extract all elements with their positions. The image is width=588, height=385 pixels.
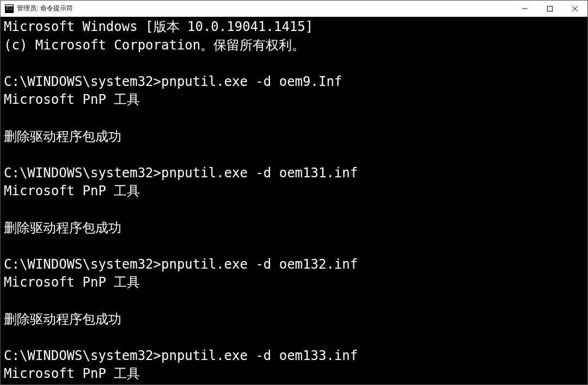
terminal-blank [4, 109, 584, 128]
terminal-blank [4, 328, 584, 347]
terminal-output[interactable]: Microsoft Windows [版本 10.0.19041.1415] (… [1, 17, 587, 384]
terminal-line: (c) Microsoft Corporation。保留所有权利。 [4, 36, 584, 55]
terminal-line: C:\WINDOWS\system32>pnputil.exe -d oem13… [4, 347, 584, 365]
terminal-blank [4, 146, 584, 164]
minimize-button[interactable] [512, 1, 537, 16]
terminal-line: Microsoft PnP 工具 [4, 365, 584, 383]
terminal-line: Microsoft PnP 工具 [4, 274, 584, 292]
window-controls [512, 1, 587, 16]
maximize-button[interactable] [537, 1, 562, 16]
window-title: 管理员: 命令提示符 [17, 4, 73, 13]
terminal-line: 删除驱动程序包成功 [4, 219, 584, 238]
cmd-icon: C:\ [5, 4, 14, 13]
terminal-blank [4, 54, 584, 73]
terminal-line: 删除驱动程序包成功 [4, 128, 584, 146]
terminal-blank [4, 292, 584, 311]
terminal-line: C:\WINDOWS\system32>pnputil.exe -d oem13… [4, 164, 584, 183]
terminal-line: Microsoft PnP 工具 [4, 182, 584, 201]
close-button[interactable] [562, 1, 587, 16]
terminal-line: 删除驱动程序包成功 [4, 311, 584, 329]
terminal-line: Microsoft PnP 工具 [4, 91, 584, 109]
svg-text:C:\: C:\ [7, 7, 13, 10]
svg-rect-4 [548, 6, 553, 11]
window-titlebar: C:\ 管理员: 命令提示符 [1, 1, 587, 17]
terminal-blank [4, 237, 584, 256]
terminal-blank [4, 201, 584, 219]
terminal-line: C:\WINDOWS\system32>pnputil.exe -d oem9.… [4, 73, 584, 91]
terminal-line: C:\WINDOWS\system32>pnputil.exe -d oem13… [4, 256, 584, 274]
terminal-line: Microsoft Windows [版本 10.0.19041.1415] [4, 18, 584, 36]
